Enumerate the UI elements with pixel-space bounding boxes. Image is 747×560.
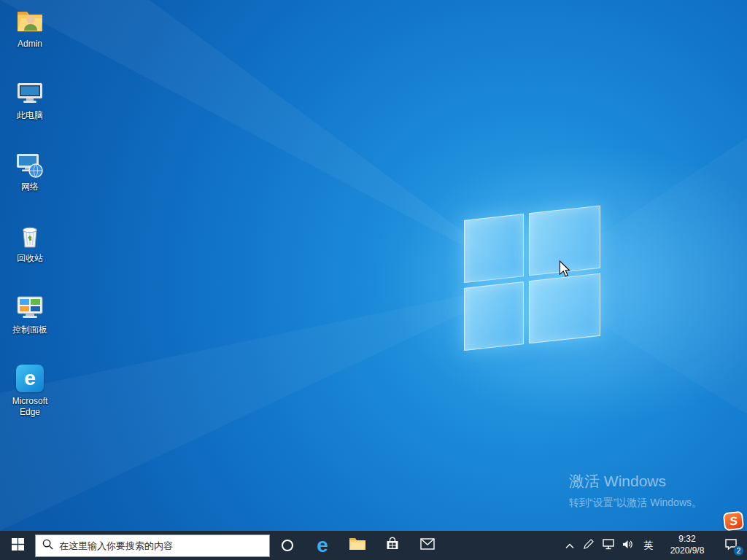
computer-icon bbox=[15, 77, 45, 108]
volume-tray-button[interactable] bbox=[618, 531, 638, 560]
recycle-bin-icon bbox=[15, 220, 45, 251]
desktop-icon-label: 回收站 bbox=[17, 253, 43, 264]
store-bag-icon bbox=[385, 537, 400, 554]
taskbar-edge-button[interactable]: e bbox=[305, 531, 340, 560]
search-input[interactable] bbox=[59, 540, 263, 551]
windows-logo-pane bbox=[529, 273, 600, 344]
desktop-icon-label: 控制面板 bbox=[12, 324, 47, 335]
sogou-ime-icon[interactable]: S bbox=[723, 511, 744, 532]
desktop-icon-recycle-bin[interactable]: 回收站 bbox=[1, 220, 58, 281]
notification-badge: 2 bbox=[733, 545, 744, 556]
windows-logo-pane bbox=[529, 206, 600, 276]
desktop-icon-label: Microsoft Edge bbox=[2, 396, 58, 418]
taskbar: e bbox=[0, 531, 747, 560]
system-tray: 英 9:32 2020/9/8 2 bbox=[561, 531, 747, 560]
edge-logo-glyph: e bbox=[16, 365, 44, 392]
network-icon bbox=[603, 539, 614, 553]
network-tray-button[interactable] bbox=[598, 531, 618, 560]
windows-logo-pane bbox=[464, 214, 524, 283]
user-folder-icon bbox=[15, 6, 45, 36]
wallpaper-windows-logo bbox=[464, 206, 600, 351]
search-icon bbox=[42, 539, 53, 553]
light-beam bbox=[0, 0, 747, 531]
clock-time: 9:32 bbox=[678, 534, 695, 545]
desktop-icon-admin[interactable]: Admin bbox=[1, 6, 58, 67]
activation-watermark: 激活 Windows 转到“设置”以激活 Windows。 bbox=[569, 471, 702, 510]
desktop-icon-label: Admin bbox=[18, 39, 42, 50]
desktop-icon-network[interactable]: 网络 bbox=[1, 149, 58, 210]
clock-date: 2020/9/8 bbox=[670, 545, 705, 557]
desktop-icon-label: 此电脑 bbox=[17, 110, 43, 121]
microsoft-store-button[interactable] bbox=[375, 531, 410, 560]
activation-subtitle: 转到“设置”以激活 Windows。 bbox=[569, 497, 702, 510]
chevron-up-icon bbox=[565, 539, 574, 552]
network-globe-icon bbox=[15, 149, 45, 179]
light-beam bbox=[0, 0, 747, 531]
taskbar-clock[interactable]: 9:32 2020/9/8 bbox=[659, 531, 715, 560]
desktop-icon-edge[interactable]: e Microsoft Edge bbox=[1, 363, 58, 424]
edge-icon: e bbox=[15, 363, 45, 394]
action-center-button[interactable]: 2 bbox=[715, 531, 747, 560]
desktop-icon-this-pc[interactable]: 此电脑 bbox=[1, 77, 58, 139]
edge-icon: e bbox=[317, 535, 328, 556]
start-button[interactable] bbox=[0, 531, 35, 560]
desktop-icon-control-panel[interactable]: 控制面板 bbox=[1, 292, 58, 353]
mail-envelope-icon bbox=[420, 538, 435, 553]
cortana-button[interactable] bbox=[270, 531, 305, 560]
tray-expand-button[interactable] bbox=[561, 531, 578, 560]
windows-logo-pane bbox=[464, 281, 524, 351]
desktop-icon-column: Admin 此电脑 bbox=[1, 6, 58, 435]
cortana-icon bbox=[282, 540, 293, 551]
windows-ink-tray-button[interactable] bbox=[578, 531, 598, 560]
light-beam bbox=[0, 0, 747, 531]
control-panel-icon bbox=[15, 292, 45, 322]
file-explorer-button[interactable] bbox=[340, 531, 375, 560]
desktop-icon-label: 网络 bbox=[21, 182, 39, 192]
desktop[interactable]: Admin 此电脑 bbox=[0, 0, 747, 531]
activation-title: 激活 Windows bbox=[569, 471, 702, 491]
ime-indicator[interactable]: 英 bbox=[638, 531, 659, 560]
mail-button[interactable] bbox=[410, 531, 445, 560]
folder-icon bbox=[349, 537, 366, 554]
speaker-icon bbox=[622, 539, 634, 553]
windows-start-icon bbox=[12, 538, 24, 553]
taskbar-search-box[interactable] bbox=[35, 534, 270, 557]
pen-icon bbox=[583, 539, 594, 553]
